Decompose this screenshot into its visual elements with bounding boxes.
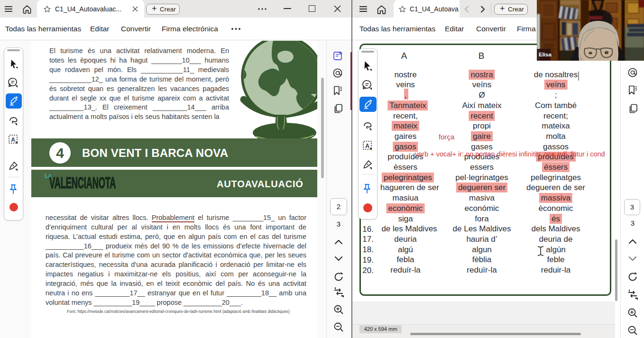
svg-text:Elisa: Elisa [539,52,552,57]
svg-text:A: A [365,143,369,149]
svg-text:A: A [11,137,15,143]
